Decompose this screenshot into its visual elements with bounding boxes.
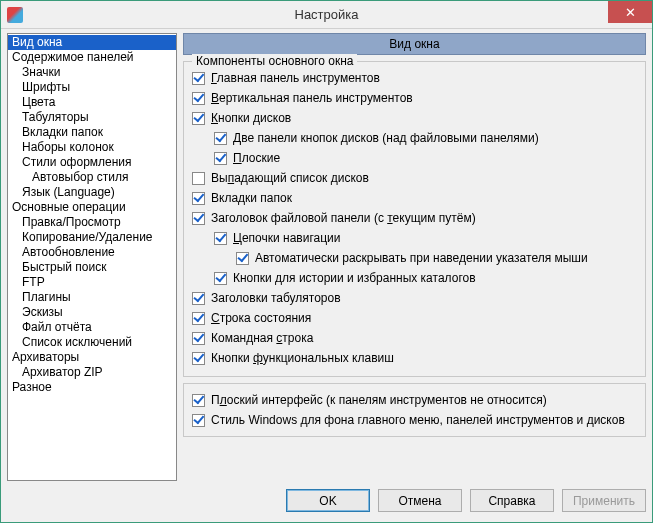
option-label: Командная строка xyxy=(211,330,313,346)
option-row[interactable]: Заголовок файловой панели (с текущим пут… xyxy=(192,208,637,228)
option-label: Кнопки для истории и избранных каталогов xyxy=(233,270,476,286)
option-row[interactable]: Цепочки навигации xyxy=(214,228,637,248)
option-row[interactable]: Вкладки папок xyxy=(192,188,637,208)
page-panel: Вид окна Компоненты основного окна Главн… xyxy=(183,33,646,481)
tree-item[interactable]: Правка/Просмотр xyxy=(8,215,176,230)
body: Вид окнаСодержимое панелейЗначкиШрифтыЦв… xyxy=(1,29,652,481)
checkbox[interactable] xyxy=(214,152,227,165)
close-button[interactable]: ✕ xyxy=(608,1,652,23)
option-row[interactable]: Стиль Windows для фона главного меню, па… xyxy=(192,410,637,430)
checkbox[interactable] xyxy=(192,172,205,185)
options-list: Главная панель инструментовВертикальная … xyxy=(192,68,637,368)
window-title: Настройка xyxy=(1,7,652,22)
misc-options-group: Плоский интерфейс (к панелям инструменто… xyxy=(183,383,646,437)
tree-item[interactable]: Основные операции xyxy=(8,200,176,215)
titlebar[interactable]: Настройка ✕ xyxy=(1,1,652,29)
option-label: Вертикальная панель инструментов xyxy=(211,90,413,106)
tree-item[interactable]: Табуляторы xyxy=(8,110,176,125)
tree-item[interactable]: Содержимое панелей xyxy=(8,50,176,65)
tree-item[interactable]: Быстрый поиск xyxy=(8,260,176,275)
settings-window: Настройка ✕ Вид окнаСодержимое панелейЗн… xyxy=(0,0,653,523)
option-row[interactable]: Плоские xyxy=(214,148,637,168)
checkbox[interactable] xyxy=(214,232,227,245)
option-row[interactable]: Кнопки для истории и избранных каталогов xyxy=(214,268,637,288)
option-label: Две панели кнопок дисков (над файловыми … xyxy=(233,130,539,146)
option-label: Стиль Windows для фона главного меню, па… xyxy=(211,412,625,428)
checkbox[interactable] xyxy=(192,394,205,407)
page-title: Вид окна xyxy=(183,33,646,55)
checkbox[interactable] xyxy=(192,92,205,105)
tree-item[interactable]: Вид окна xyxy=(8,35,176,50)
option-row[interactable]: Командная строка xyxy=(192,328,637,348)
option-row[interactable]: Кнопки функциональных клавиш xyxy=(192,348,637,368)
option-label: Заголовки табуляторов xyxy=(211,290,341,306)
main-components-group: Компоненты основного окна Главная панель… xyxy=(183,61,646,377)
tree-item[interactable]: Стили оформления xyxy=(8,155,176,170)
help-button[interactable]: Справка xyxy=(470,489,554,512)
checkbox[interactable] xyxy=(192,312,205,325)
tree-item[interactable]: Архиватор ZIP xyxy=(8,365,176,380)
category-tree[interactable]: Вид окнаСодержимое панелейЗначкиШрифтыЦв… xyxy=(7,33,177,481)
tree-item[interactable]: Шрифты xyxy=(8,80,176,95)
tree-item[interactable]: FTP xyxy=(8,275,176,290)
option-row[interactable]: Заголовки табуляторов xyxy=(192,288,637,308)
checkbox[interactable] xyxy=(192,192,205,205)
option-row[interactable]: Главная панель инструментов xyxy=(192,68,637,88)
tree-item[interactable]: Цвета xyxy=(8,95,176,110)
option-row[interactable]: Плоский интерфейс (к панелям инструменто… xyxy=(192,390,637,410)
option-label: Кнопки дисков xyxy=(211,110,291,126)
option-row[interactable]: Выпадающий список дисков xyxy=(192,168,637,188)
option-label: Кнопки функциональных клавиш xyxy=(211,350,394,366)
checkbox[interactable] xyxy=(214,272,227,285)
option-label: Плоский интерфейс (к панелям инструменто… xyxy=(211,392,547,408)
checkbox[interactable] xyxy=(192,72,205,85)
option-label: Автоматически раскрывать при наведении у… xyxy=(255,250,588,266)
tree-item[interactable]: Разное xyxy=(8,380,176,395)
tree-item[interactable]: Наборы колонок xyxy=(8,140,176,155)
checkbox[interactable] xyxy=(192,292,205,305)
option-label: Цепочки навигации xyxy=(233,230,340,246)
option-row[interactable]: Две панели кнопок дисков (над файловыми … xyxy=(214,128,637,148)
option-label: Плоские xyxy=(233,150,280,166)
checkbox[interactable] xyxy=(192,212,205,225)
tree-item[interactable]: Автовыбор стиля xyxy=(8,170,176,185)
tree-item[interactable]: Автообновление xyxy=(8,245,176,260)
option-row[interactable]: Строка состояния xyxy=(192,308,637,328)
ok-button[interactable]: OK xyxy=(286,489,370,512)
tree-item[interactable]: Список исключений xyxy=(8,335,176,350)
checkbox[interactable] xyxy=(236,252,249,265)
apply-button[interactable]: Применить xyxy=(562,489,646,512)
option-label: Заголовок файловой панели (с текущим пут… xyxy=(211,210,476,226)
tree-item[interactable]: Язык (Language) xyxy=(8,185,176,200)
option-label: Вкладки папок xyxy=(211,190,292,206)
tree-item[interactable]: Архиваторы xyxy=(8,350,176,365)
option-label: Строка состояния xyxy=(211,310,311,326)
tree-item[interactable]: Значки xyxy=(8,65,176,80)
checkbox[interactable] xyxy=(192,414,205,427)
cancel-button[interactable]: Отмена xyxy=(378,489,462,512)
option-label: Выпадающий список дисков xyxy=(211,170,369,186)
tree-item[interactable]: Файл отчёта xyxy=(8,320,176,335)
group-label: Компоненты основного окна xyxy=(192,54,357,68)
tree-item[interactable]: Вкладки папок xyxy=(8,125,176,140)
checkbox[interactable] xyxy=(192,332,205,345)
option-row[interactable]: Автоматически раскрывать при наведении у… xyxy=(236,248,637,268)
option-row[interactable]: Вертикальная панель инструментов xyxy=(192,88,637,108)
dialog-buttons: OK Отмена Справка Применить xyxy=(1,481,652,522)
option-label: Главная панель инструментов xyxy=(211,70,380,86)
tree-item[interactable]: Плагины xyxy=(8,290,176,305)
tree-item[interactable]: Эскизы xyxy=(8,305,176,320)
checkbox[interactable] xyxy=(214,132,227,145)
checkbox[interactable] xyxy=(192,112,205,125)
tree-item[interactable]: Копирование/Удаление xyxy=(8,230,176,245)
option-row[interactable]: Кнопки дисков xyxy=(192,108,637,128)
checkbox[interactable] xyxy=(192,352,205,365)
